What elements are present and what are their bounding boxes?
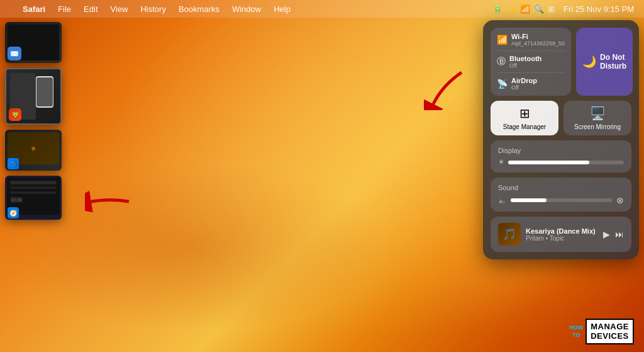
watermark: HOW TO MANAGE DEVICES xyxy=(569,319,634,344)
music-note-icon: 🎵 xyxy=(502,227,516,241)
how-label: HOW xyxy=(569,324,583,332)
stage-thumbnails: ✉️ 🦁 🔸 🔵 10:00 xyxy=(5,22,62,220)
control-center-panel: 📶 Wi-Fi Aipl_4714382259_50 Ⓑ Bluetooth O… xyxy=(483,20,639,259)
finder-icon: 🔵 xyxy=(8,158,19,169)
bluetooth-info: Bluetooth Off xyxy=(509,55,541,69)
bluetooth-row[interactable]: Ⓑ Bluetooth Off xyxy=(497,55,565,73)
brightness-slider[interactable] xyxy=(508,161,624,164)
music-tile: 🎵 Kesariya (Dance Mix) Pritam • Topic ▶ … xyxy=(491,217,631,252)
airdrop-row[interactable]: 📡 AirDrop Off xyxy=(497,77,565,91)
mail-icon: ✉️ xyxy=(8,47,21,60)
thumbnail-2[interactable]: 🦁 xyxy=(5,68,62,125)
volume-slider[interactable] xyxy=(511,198,613,202)
music-title: Kesariya (Dance Mix) xyxy=(526,227,598,235)
menubar: Safari File Edit View History Bookmarks … xyxy=(0,0,644,18)
volume-icon: 🔈 xyxy=(498,196,507,205)
dnd-label: Do Not Disturb xyxy=(600,53,626,71)
airdrop-status: Off xyxy=(511,84,537,91)
bluetooth-icon: Ⓑ xyxy=(497,56,506,67)
apple-menu[interactable] xyxy=(5,8,15,10)
app-name-safari[interactable]: Safari xyxy=(18,3,50,15)
menu-window[interactable]: Window xyxy=(227,3,266,15)
music-controls: ▶ ⏭ xyxy=(603,229,624,239)
thumbnail-4[interactable]: 10:00 🧭 xyxy=(5,176,62,220)
volume-max-icon: ⊗ xyxy=(616,195,624,205)
stage-manager-icon: ⊞ xyxy=(519,106,530,121)
watermark-box: MANAGE DEVICES xyxy=(586,319,634,344)
brightness-row: ☀ xyxy=(498,158,624,166)
thumb-time: 10:00 xyxy=(10,196,23,203)
volume-fill xyxy=(511,198,547,202)
screen-mirroring-label: Screen Mirroring xyxy=(574,123,621,130)
music-info: Kesariya (Dance Mix) Pritam • Topic xyxy=(526,227,598,242)
screen-mirroring-tile[interactable]: 🖥️ Screen Mirroring xyxy=(564,101,631,135)
display-section: Display ☀ xyxy=(491,140,631,173)
play-button[interactable]: ▶ xyxy=(603,229,610,239)
stage-manager-tile[interactable]: ⊞ Stage Manager xyxy=(491,101,558,135)
thumb-bar-3 xyxy=(10,191,57,194)
thumbnail-1[interactable]: ✉️ xyxy=(5,22,62,63)
search-icon[interactable]: 🔍 xyxy=(534,4,544,14)
brightness-fill xyxy=(508,161,589,164)
menu-help[interactable]: Help xyxy=(269,3,296,15)
stage-manager-label: Stage Manager xyxy=(503,123,546,130)
menubar-right: 🔋 🌙 📶 🔍 ⊞ Fri 25 Nov 9:15 PM xyxy=(492,3,639,15)
menu-edit[interactable]: Edit xyxy=(79,3,103,15)
sound-label: Sound xyxy=(498,184,624,191)
wifi-row[interactable]: 📶 Wi-Fi Aipl_4714382259_50 xyxy=(497,33,565,51)
moon-icon[interactable]: 🌙 xyxy=(506,4,516,14)
battery-icon: 🔋 xyxy=(492,4,502,14)
volume-row: 🔈 ⊗ xyxy=(498,195,624,205)
thumb-bar xyxy=(10,181,57,185)
cc-connectivity-block: 📶 Wi-Fi Aipl_4714382259_50 Ⓑ Bluetooth O… xyxy=(491,28,571,96)
menubar-left: Safari File Edit View History Bookmarks … xyxy=(5,3,296,15)
skip-forward-button[interactable]: ⏭ xyxy=(615,229,624,239)
airdrop-info: AirDrop Off xyxy=(511,77,537,91)
airdrop-icon: 📡 xyxy=(497,79,508,89)
to-label: TO xyxy=(569,332,583,339)
brave-icon: 🦁 xyxy=(9,108,21,121)
music-artist: Pritam • Topic xyxy=(526,235,598,242)
brightness-min-icon: ☀ xyxy=(498,158,504,166)
thumb-bar-2 xyxy=(10,186,57,189)
menu-history[interactable]: History xyxy=(135,3,170,15)
wifi-icon: 📶 xyxy=(497,35,508,45)
arrow-indicator-2 xyxy=(85,186,135,220)
do-not-disturb-tile[interactable]: 🌙 Do Not Disturb xyxy=(576,28,633,96)
cc-row-2: ⊞ Stage Manager 🖥️ Screen Mirroring xyxy=(491,101,631,135)
moon-dnd-icon: 🌙 xyxy=(582,55,596,69)
clock: Fri 25 Nov 9:15 PM xyxy=(558,3,639,15)
cc-row-1: 📶 Wi-Fi Aipl_4714382259_50 Ⓑ Bluetooth O… xyxy=(491,28,631,96)
airdrop-label: AirDrop xyxy=(511,77,537,84)
wifi-info: Wi-Fi Aipl_4714382259_50 xyxy=(511,33,565,47)
sound-section: Sound 🔈 ⊗ xyxy=(491,178,631,212)
album-art: 🎵 xyxy=(498,223,521,246)
desktop: Safari File Edit View History Bookmarks … xyxy=(0,0,644,352)
control-center-icon[interactable]: ⊞ xyxy=(548,4,555,14)
menu-bookmarks[interactable]: Bookmarks xyxy=(174,3,225,15)
bluetooth-label: Bluetooth xyxy=(509,55,541,62)
thumbnail-3[interactable]: 🔸 🔵 xyxy=(5,130,62,171)
thumb-2-phone xyxy=(36,76,53,108)
devices-label: DEVICES xyxy=(591,332,629,341)
wifi-menubar-icon[interactable]: 📶 xyxy=(520,4,530,14)
menu-view[interactable]: View xyxy=(106,3,133,15)
wifi-label: Wi-Fi xyxy=(511,33,565,40)
screen-mirroring-icon: 🖥️ xyxy=(590,106,606,121)
display-label: Display xyxy=(498,147,624,154)
arrow-indicator-1 xyxy=(424,66,474,113)
watermark-howto: HOW TO xyxy=(569,324,583,339)
manage-label: MANAGE xyxy=(591,322,629,331)
wifi-network: Aipl_4714382259_50 xyxy=(511,40,565,47)
bluetooth-status: Off xyxy=(509,62,541,69)
safari-dock-icon: 🧭 xyxy=(8,207,19,219)
menu-file[interactable]: File xyxy=(53,3,76,15)
